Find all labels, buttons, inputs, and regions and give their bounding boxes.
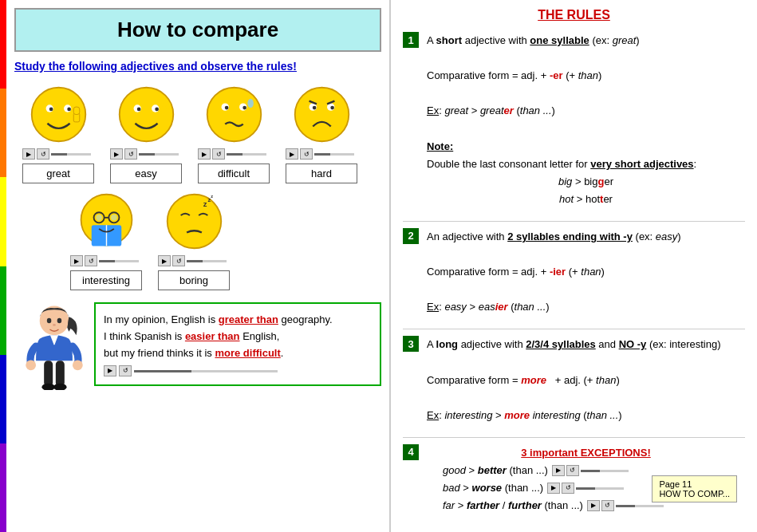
stop-btn-easy[interactable]: ↺ [124,148,137,160]
play-btn-easy[interactable]: ▶ [110,148,123,160]
play-btn-interesting[interactable]: ▶ [70,255,83,266]
right-panel: THE RULES 1 A short adjective with one s… [391,0,757,532]
word-hard: hard [286,164,357,183]
word-easy: easy [110,164,182,183]
slider-easy[interactable] [139,153,179,156]
rule-number-4: 4 [403,444,419,460]
exception-controls-good[interactable]: ▶ ↺ [552,465,629,476]
svg-point-42 [53,324,56,326]
media-controls-interesting[interactable]: ▶ ↺ [70,255,142,266]
study-link[interactable]: Study the following adjectives and obser… [14,60,381,73]
media-controls-difficult[interactable]: ▶ ↺ [198,148,270,160]
opinion-link-1: greater than [219,313,278,325]
left-content: How to compare Study the following adjec… [14,8,381,390]
media-controls-easy[interactable]: ▶ ↺ [110,148,182,160]
rule-text-1: A short adjective with one syllable (ex:… [427,32,745,208]
word-great: great [22,164,94,183]
svg-text:z: z [211,194,213,199]
divider-3 [403,437,745,438]
slider-boring[interactable] [187,260,227,262]
svg-point-14 [207,88,261,142]
tooltip-label: HOW TO COMP... [659,489,730,499]
word-interesting: interesting [70,270,142,290]
slider-opinion[interactable] [134,370,278,372]
svg-rect-45 [44,361,53,386]
sidebar-orange [0,89,6,177]
emoji-grid-bottom: ▶ ↺ interesting z z [70,191,381,290]
play-btn-boring[interactable]: ▶ [158,255,171,266]
rule-text-2: An adjective with 2 syllables ending wit… [427,228,745,316]
play-btn-bad[interactable]: ▶ [547,483,560,494]
svg-point-4 [67,108,71,112]
svg-text:z: z [203,200,207,208]
svg-point-47 [41,384,55,390]
play-btn-great[interactable]: ▶ [22,148,35,160]
emoji-boring: z z z [164,191,224,251]
play-btn-difficult[interactable]: ▶ [198,148,211,160]
slider-hard[interactable] [314,153,354,156]
emoji-difficult [204,85,264,144]
svg-rect-46 [56,361,65,386]
rule-block-1: 1 A short adjective with one syllable (e… [403,32,745,208]
emoji-interesting [77,191,136,251]
emoji-hard-svg [292,85,352,144]
page-title: How to compare [14,8,381,52]
slider-great[interactable] [51,153,91,156]
stop-btn-far[interactable]: ↺ [601,500,614,511]
slider-interesting[interactable] [99,260,139,262]
media-controls-boring[interactable]: ▶ ↺ [158,255,230,266]
page-tooltip: Page 11 HOW TO COMP... [652,475,737,502]
svg-point-24 [330,106,334,110]
emoji-item-great: ▶ ↺ great [22,85,94,183]
play-btn-hard[interactable]: ▶ [286,148,298,160]
emoji-great [29,85,89,144]
svg-point-33 [96,215,102,221]
opinion-media-controls[interactable]: ▶ ↺ [104,365,372,376]
svg-rect-6 [73,107,80,114]
emoji-item-easy: ▶ ↺ easy [110,85,182,183]
divider-2 [403,329,745,329]
svg-point-20 [294,88,349,142]
emoji-great-svg [29,85,89,144]
divider-1 [403,221,745,222]
stop-btn-great[interactable]: ↺ [37,148,49,160]
exception-controls-bad[interactable]: ▶ ↺ [547,483,624,494]
left-panel: How to compare Study the following adjec… [0,0,391,532]
slider-good[interactable] [581,470,629,472]
stop-btn-boring[interactable]: ↺ [172,255,185,266]
play-btn-good[interactable]: ▶ [552,465,565,476]
left-sidebar [0,0,6,532]
rules-title: THE RULES [403,8,745,22]
stop-btn-good[interactable]: ↺ [566,465,579,476]
svg-point-41 [57,318,62,323]
svg-point-34 [111,215,117,221]
svg-point-43 [26,360,36,370]
media-controls-hard[interactable]: ▶ ↺ [286,148,357,160]
rule-number-2: 2 [403,228,419,244]
stop-btn-interesting[interactable]: ↺ [85,255,97,266]
opinion-text-1: In my opinion, English is [104,313,219,325]
slider-bad[interactable] [576,487,624,490]
opinion-text-4: . [281,347,284,359]
rule-block-3: 3 A long adjective with 2/3/4 syllables … [403,336,745,424]
rule-block-2: 2 An adjective with 2 syllables ending w… [403,228,745,316]
stop-btn-bad[interactable]: ↺ [562,483,574,494]
slider-far[interactable] [616,505,664,507]
rule-number-1: 1 [403,32,419,48]
svg-point-17 [224,106,228,110]
media-controls-great[interactable]: ▶ ↺ [22,148,94,160]
stop-btn-hard[interactable]: ↺ [300,148,313,160]
play-btn-opinion[interactable]: ▶ [104,365,116,376]
exceptions-title: 3 important EXCEPTIONS! [427,444,745,462]
play-btn-far[interactable]: ▶ [587,500,600,511]
sidebar-yellow [0,177,6,266]
svg-point-10 [136,108,140,112]
word-boring: boring [158,270,230,290]
emoji-easy-svg [116,85,176,144]
svg-point-35 [167,195,221,249]
stop-btn-difficult[interactable]: ↺ [212,148,225,160]
emoji-item-difficult: ▶ ↺ difficult [198,85,270,183]
sidebar-purple [0,443,6,532]
stop-btn-opinion[interactable]: ↺ [119,365,132,376]
slider-difficult[interactable] [227,153,266,156]
